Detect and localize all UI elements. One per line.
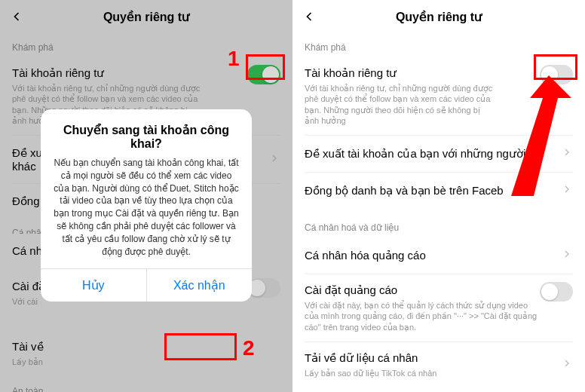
suggest-account-row[interactable]: Đề xuất tài khoản của bạn với những ngườ… (292, 136, 585, 172)
private-account-toggle[interactable] (540, 65, 573, 84)
back-button[interactable] (302, 9, 317, 27)
ad-settings-toggle[interactable] (540, 282, 573, 302)
chevron-right-icon (561, 146, 573, 161)
modal-body: Nếu bạn chuyển sang tài khoản công khai,… (53, 157, 240, 258)
header: Quyền riêng tư (292, 0, 585, 33)
section-discover: Khám phá (292, 33, 585, 57)
chevron-right-icon (561, 248, 573, 263)
section-personalize: Cá nhân hoá và dữ liệu (292, 209, 585, 237)
ad-settings-row: Cài đặt quảng cáo Với cài đặt này, bạn c… (292, 274, 585, 341)
confirm-modal: Chuyển sang tài khoản công khai? Nếu bạn… (41, 109, 252, 302)
modal-title: Chuyển sang tài khoản công khai? (53, 123, 240, 151)
personalize-ads-row[interactable]: Cá nhân hóa quảng cáo (292, 237, 585, 274)
private-account-row: Tài khoản riêng tư Với tài khoản riêng t… (292, 57, 585, 135)
modal-cancel-button[interactable]: Hủy (41, 269, 147, 302)
chevron-right-icon (561, 183, 573, 198)
modal-confirm-button[interactable]: Xác nhận (147, 269, 253, 302)
download-data-row[interactable]: Tải về dữ liệu cá nhân Lấy bản sao dữ li… (292, 342, 585, 387)
page-title: Quyền riêng tư (396, 10, 482, 24)
section-safety: An toàn (292, 387, 585, 392)
sync-facebook-row[interactable]: Đồng bộ danh bạ và bạn bè trên Faceb (292, 173, 585, 209)
chevron-right-icon (561, 357, 573, 372)
private-account-title: Tài khoản riêng tư (305, 66, 525, 80)
private-account-desc: Với tài khoản riêng tư, chỉ những người … (305, 83, 525, 126)
